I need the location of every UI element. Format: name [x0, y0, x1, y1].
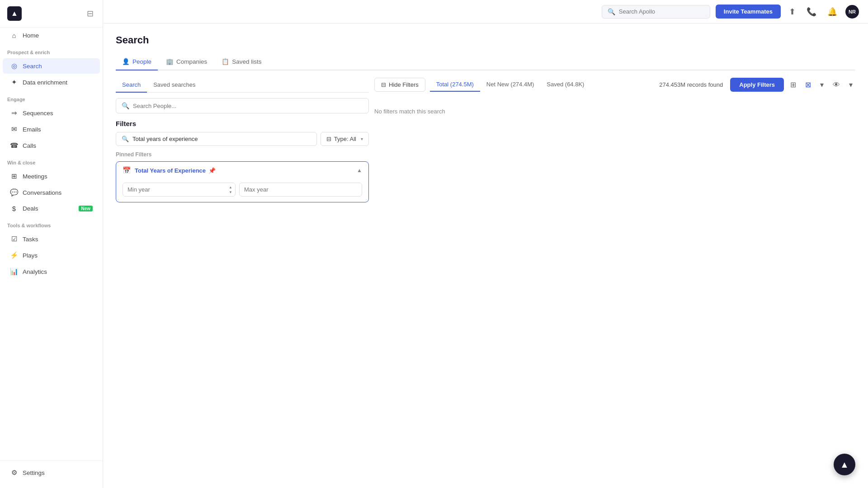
sidebar-item-plays[interactable]: ⚡ Plays — [3, 248, 100, 263]
saved-lists-tab-icon: 📋 — [222, 58, 229, 65]
hide-filters-button[interactable]: ⊟ Hide Filters — [374, 78, 425, 92]
global-search-box[interactable]: 🔍 — [602, 5, 710, 19]
filter-icon: ⊟ — [381, 81, 386, 88]
new-badge: New — [79, 206, 93, 211]
stepper-up-button[interactable]: ▲ — [228, 185, 233, 189]
tab-people[interactable]: 👤 People — [116, 53, 158, 70]
sidebar-item-label: Analytics — [23, 268, 47, 275]
tab-net-new[interactable]: Net New (274.4M) — [480, 78, 540, 92]
sidebar-item-label: Search — [23, 63, 42, 70]
saved-searches-tab[interactable]: Saved searches — [147, 78, 202, 93]
eye-icon-button[interactable]: 👁 — [830, 79, 843, 91]
sidebar-item-conversations[interactable]: 💬 Conversations — [3, 185, 100, 200]
type-select[interactable]: ⊟ Type: All ▾ — [321, 132, 369, 146]
sidebar-item-data-enrichment[interactable]: ✦ Data enrichment — [3, 75, 100, 90]
sidebar-item-label: Tasks — [23, 236, 38, 243]
bell-icon-button[interactable]: 🔔 — [825, 5, 840, 19]
people-search-input[interactable] — [133, 103, 363, 109]
topbar: 🔍 Invite Teammates ⬆ 📞 🔔 NR — [103, 0, 868, 23]
min-year-container: ▲ ▼ — [123, 183, 236, 197]
sidebar-item-emails[interactable]: ✉ Emails — [3, 122, 100, 137]
tab-label: Companies — [176, 58, 207, 65]
eye-chevron-button[interactable]: ▾ — [846, 78, 855, 91]
sidebar-item-analytics[interactable]: 📊 Analytics — [3, 264, 100, 279]
sidebar-item-home[interactable]: ⌂ Home — [3, 28, 100, 43]
pinned-filters-label: Pinned Filters — [116, 151, 369, 158]
conversations-icon: 💬 — [10, 188, 18, 197]
tab-saved[interactable]: Saved (64.8K) — [540, 78, 590, 92]
records-count: 274.453M records found — [659, 81, 723, 88]
type-chevron-icon: ▾ — [361, 136, 363, 141]
type-label: Type: All — [334, 136, 356, 142]
filter-search-box[interactable]: 🔍 — [116, 132, 317, 146]
tab-companies[interactable]: 🏢 Companies — [160, 53, 213, 70]
user-avatar[interactable]: NR — [845, 5, 859, 19]
tasks-icon: ☑ — [10, 235, 18, 243]
sidebar-item-meetings[interactable]: ⊞ Meetings — [3, 169, 100, 184]
tab-total[interactable]: Total (274.5M) — [430, 78, 480, 92]
save-icon-button[interactable]: ⊠ — [802, 78, 814, 91]
search-save-tabs: Search Saved searches — [116, 78, 369, 93]
sidebar: ▲ ⊟ ⌂ Home Prospect & enrich ◎ Search ✦ … — [0, 0, 103, 488]
global-search-input[interactable] — [619, 8, 704, 15]
sidebar-item-settings[interactable]: ⚙ Settings — [3, 465, 100, 480]
companies-tab-icon: 🏢 — [166, 58, 174, 65]
enrichment-icon: ✦ — [10, 78, 18, 86]
search-icon: ◎ — [10, 62, 18, 70]
sidebar-item-label: Emails — [23, 126, 41, 133]
sidebar-header: ▲ ⊟ — [0, 0, 103, 28]
plays-icon: ⚡ — [10, 251, 18, 259]
max-year-input[interactable] — [239, 183, 362, 197]
email-icon: ✉ — [10, 125, 18, 133]
filter-search-icon: 🔍 — [122, 136, 129, 142]
page-tabs: 👤 People 🏢 Companies 📋 Saved lists — [116, 53, 855, 70]
year-stepper: ▲ ▼ — [228, 185, 233, 194]
sidebar-item-label: Sequences — [23, 110, 53, 117]
min-year-input[interactable] — [123, 183, 236, 197]
filter-search-input[interactable] — [132, 136, 311, 142]
sidebar-item-deals[interactable]: $ Deals New — [3, 201, 100, 216]
left-panel: Search Saved searches 🔍 Filters 🔍 — [116, 78, 369, 477]
sidebar-item-label: Data enrichment — [23, 79, 67, 86]
collapse-sidebar-button[interactable]: ⊟ — [85, 7, 95, 20]
page-title: Search — [116, 34, 855, 46]
chevron-down-icon-button[interactable]: ▾ — [817, 78, 826, 91]
invite-teammates-button[interactable]: Invite Teammates — [716, 5, 781, 19]
upload-icon-button[interactable]: ⬆ — [786, 5, 798, 19]
settings-icon: ⚙ — [10, 469, 18, 477]
search-tab[interactable]: Search — [116, 78, 147, 93]
type-icon: ⊟ — [326, 136, 331, 142]
sidebar-item-label: Calls — [23, 142, 36, 149]
hide-filters-label: Hide Filters — [389, 81, 419, 88]
sidebar-item-calls[interactable]: ☎ Calls — [3, 138, 100, 153]
tab-label: Saved lists — [232, 58, 261, 65]
app-logo[interactable]: ▲ — [7, 6, 22, 21]
page-content: Search 👤 People 🏢 Companies 📋 Saved list… — [103, 23, 868, 488]
section-label-tools: Tools & workflows — [0, 216, 103, 231]
sidebar-item-sequences[interactable]: ⇒ Sequences — [3, 105, 100, 121]
sidebar-item-label: Conversations — [23, 189, 61, 196]
filter-card-chevron-icon[interactable]: ▲ — [357, 167, 362, 174]
filter-search-row: 🔍 ⊟ Type: All ▾ — [116, 132, 369, 146]
sidebar-item-label: Meetings — [23, 173, 47, 180]
phone-icon-button[interactable]: 📞 — [804, 5, 819, 19]
tab-saved-lists[interactable]: 📋 Saved lists — [215, 53, 268, 70]
sidebar-item-search[interactable]: ◎ Search — [3, 58, 100, 74]
filter-card-body: ▲ ▼ — [116, 179, 368, 202]
columns-icon-button[interactable]: ⊞ — [788, 78, 799, 91]
sequences-icon: ⇒ — [10, 109, 18, 117]
section-label-win-close: Win & close — [0, 154, 103, 168]
meetings-icon: ⊞ — [10, 172, 18, 180]
people-search-box[interactable]: 🔍 — [116, 98, 369, 113]
no-filters-message: No filters match this search — [374, 99, 855, 477]
filter-area: Search Saved searches 🔍 Filters 🔍 — [116, 78, 855, 477]
sidebar-item-tasks[interactable]: ☑ Tasks — [3, 231, 100, 247]
apply-filters-button[interactable]: Apply Filters — [730, 78, 784, 92]
stepper-down-button[interactable]: ▼ — [228, 190, 233, 194]
right-panel: ⊟ Hide Filters Total (274.5M) Net New (2… — [374, 78, 855, 477]
filter-card-experience: 📅 Total Years of Experience 📌 ▲ ▲ ▼ — [116, 161, 369, 202]
filter-card-header[interactable]: 📅 Total Years of Experience 📌 ▲ — [116, 162, 368, 179]
results-toolbar: ⊟ Hide Filters Total (274.5M) Net New (2… — [374, 78, 855, 92]
search-people-icon: 🔍 — [122, 102, 129, 109]
chat-fab-button[interactable]: ▲ — [834, 454, 855, 475]
